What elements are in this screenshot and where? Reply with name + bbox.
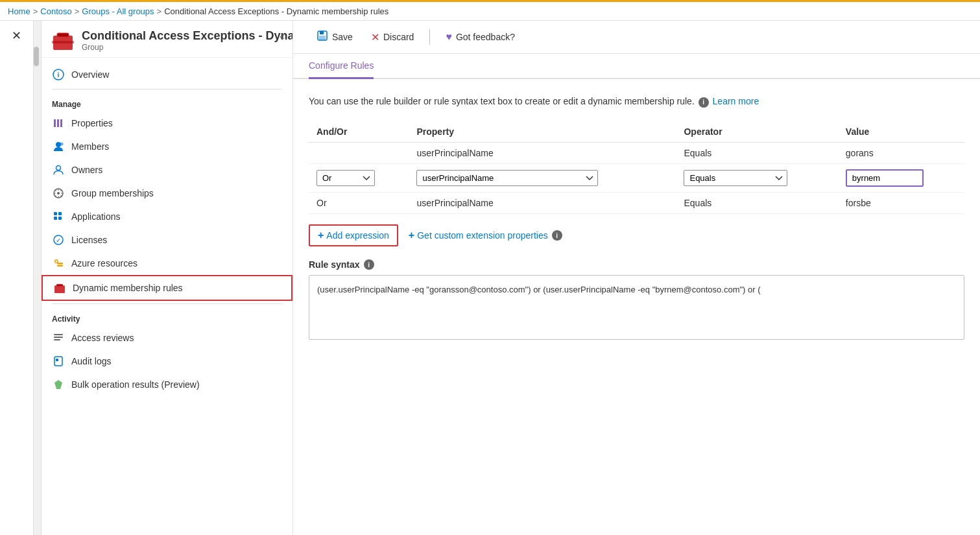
table-row: userPrincipalName Equals gorans bbox=[309, 143, 964, 164]
breadcrumb-current: Conditional Access Exceptions - Dynamic … bbox=[164, 6, 388, 16]
discard-button[interactable]: ✕ Discard bbox=[363, 27, 422, 47]
rule-syntax-header: Rule syntax i bbox=[309, 259, 964, 270]
breadcrumb: Home > Contoso > Groups - All groups > C… bbox=[8, 6, 388, 16]
svg-rect-24 bbox=[56, 284, 63, 286]
svg-rect-21 bbox=[57, 263, 63, 265]
svg-rect-1 bbox=[57, 33, 69, 37]
row3-value: forsbe bbox=[838, 193, 964, 214]
svg-rect-22 bbox=[57, 265, 63, 267]
action-row: + Add expression + Get custom extension … bbox=[309, 224, 964, 246]
manage-section-label: Manage bbox=[42, 92, 293, 112]
tab-configure-rules[interactable]: Configure Rules bbox=[309, 54, 374, 79]
content-area: Save ✕ Discard ♥ Got feedback? Configure… bbox=[293, 21, 980, 535]
svg-rect-16 bbox=[58, 217, 62, 220]
discard-icon: ✕ bbox=[371, 31, 379, 43]
breadcrumb-groups[interactable]: Groups - All groups bbox=[82, 6, 154, 16]
close-button[interactable]: ✕ bbox=[6, 26, 27, 45]
sidebar-item-applications[interactable]: Applications bbox=[42, 205, 293, 228]
col-value: Value bbox=[838, 121, 964, 143]
breadcrumb-contoso[interactable]: Contoso bbox=[40, 6, 71, 16]
briefcase-icon bbox=[52, 29, 74, 51]
svg-rect-31 bbox=[320, 31, 324, 34]
svg-rect-27 bbox=[54, 339, 60, 340]
value-input[interactable] bbox=[846, 169, 924, 187]
feedback-button[interactable]: ♥ Got feedback? bbox=[438, 27, 523, 47]
svg-rect-25 bbox=[54, 334, 63, 335]
rule-syntax-box[interactable]: (user.userPrincipalName -eq "goransson@c… bbox=[309, 275, 964, 340]
sidebar-item-label-dynamic-membership: Dynamic membership rules bbox=[73, 283, 183, 293]
header-title-block: Conditional Access Exceptions - Dynamic … bbox=[82, 29, 293, 52]
close-panel: ✕ bbox=[0, 21, 34, 535]
row2-value-cell bbox=[838, 164, 964, 193]
overview-icon: i bbox=[52, 68, 65, 81]
rule-table: And/Or Property Operator Value userPrinc… bbox=[309, 121, 964, 214]
sidebar-item-label-azure-resources: Azure resources bbox=[71, 258, 137, 268]
get-custom-extension-button[interactable]: + Get custom extension properties i bbox=[409, 226, 564, 245]
svg-rect-15 bbox=[54, 217, 57, 220]
row2-operator-cell: Equals Not Equals Contains bbox=[676, 164, 837, 193]
tab-configure-rules-label: Configure Rules bbox=[309, 60, 374, 71]
sidebar-item-overview[interactable]: i Overview bbox=[42, 63, 293, 86]
sidebar: Conditional Access Exceptions - Dynamic … bbox=[34, 21, 293, 535]
sidebar-item-label-owners: Owners bbox=[71, 165, 102, 175]
sidebar-item-bulk-ops[interactable]: Bulk operation results (Preview) bbox=[42, 373, 293, 396]
page-subtitle: Group bbox=[82, 43, 293, 52]
sidebar-item-dynamic-membership[interactable]: Dynamic membership rules bbox=[42, 275, 293, 301]
header-icon bbox=[52, 29, 74, 52]
svg-rect-2 bbox=[52, 41, 74, 43]
svg-rect-13 bbox=[54, 212, 57, 215]
col-operator: Operator bbox=[676, 121, 837, 143]
nav-divider-2 bbox=[52, 303, 282, 304]
table-row: Or userPrincipalName Equals forsbe bbox=[309, 193, 964, 214]
row1-property: userPrincipalName bbox=[409, 143, 676, 164]
feedback-icon: ♥ bbox=[446, 31, 452, 43]
rule-syntax-info-icon[interactable]: i bbox=[364, 259, 374, 270]
svg-rect-7 bbox=[60, 119, 62, 127]
row1-and-or bbox=[309, 143, 409, 164]
sidebar-item-group-memberships[interactable]: Group memberships bbox=[42, 182, 293, 205]
owners-icon bbox=[52, 163, 65, 176]
toolbar: Save ✕ Discard ♥ Got feedback? bbox=[293, 21, 980, 54]
sidebar-item-access-reviews[interactable]: Access reviews bbox=[42, 326, 293, 350]
operator-select[interactable]: Equals Not Equals Contains bbox=[684, 170, 787, 186]
save-button[interactable]: Save bbox=[309, 26, 361, 48]
sidebar-item-azure-resources[interactable]: Azure resources bbox=[42, 252, 293, 275]
add-expression-plus-icon: + bbox=[318, 230, 324, 241]
svg-rect-32 bbox=[319, 36, 326, 40]
property-select[interactable]: userPrincipalName displayName mail bbox=[416, 170, 598, 186]
svg-rect-28 bbox=[54, 357, 62, 366]
sidebar-item-audit-logs[interactable]: Audit logs bbox=[42, 350, 293, 373]
sidebar-item-label-overview: Overview bbox=[71, 69, 109, 80]
row1-value: gorans bbox=[838, 143, 964, 164]
and-or-select[interactable]: Or And bbox=[317, 170, 375, 186]
row3-operator: Equals bbox=[676, 193, 837, 214]
sidebar-item-members[interactable]: Members bbox=[42, 135, 293, 158]
svg-rect-6 bbox=[57, 119, 59, 127]
collapse-sidebar-button[interactable]: « bbox=[280, 31, 285, 42]
group-memberships-icon bbox=[52, 187, 65, 200]
table-row-editable: Or And userPrincipalName displayName mai… bbox=[309, 164, 964, 193]
col-property: Property bbox=[409, 121, 676, 143]
svg-point-20 bbox=[56, 261, 58, 263]
applications-icon bbox=[52, 210, 65, 223]
audit-logs-icon bbox=[52, 355, 65, 368]
scrollbar[interactable] bbox=[34, 21, 42, 535]
toolbar-separator bbox=[429, 29, 430, 45]
row2-and-or-cell: Or And bbox=[309, 164, 409, 193]
members-icon bbox=[52, 140, 65, 153]
custom-extension-info-icon[interactable]: i bbox=[552, 230, 562, 241]
learn-more-link[interactable]: Learn more bbox=[713, 96, 759, 106]
add-expression-button[interactable]: + Add expression bbox=[309, 224, 398, 246]
svg-text:i: i bbox=[58, 71, 60, 78]
svg-rect-23 bbox=[54, 285, 65, 293]
sidebar-item-licenses[interactable]: ✓ Licenses bbox=[42, 228, 293, 252]
breadcrumb-home[interactable]: Home bbox=[8, 6, 30, 16]
row1-operator: Equals bbox=[676, 143, 837, 164]
svg-point-10 bbox=[56, 166, 61, 171]
sidebar-item-owners[interactable]: Owners bbox=[42, 158, 293, 182]
feedback-button-label: Got feedback? bbox=[456, 32, 515, 42]
sidebar-item-properties[interactable]: Properties bbox=[42, 112, 293, 135]
get-custom-label: Get custom extension properties bbox=[417, 230, 548, 241]
save-icon bbox=[317, 30, 328, 44]
info-tooltip-icon[interactable]: i bbox=[699, 97, 709, 108]
